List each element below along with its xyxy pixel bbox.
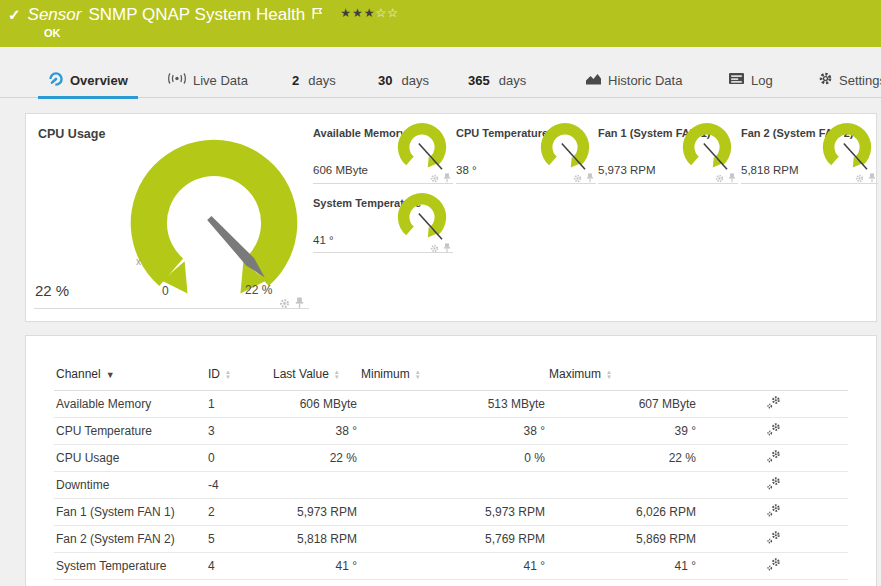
cell-channel: Fan 1 (System FAN 1) [54, 498, 206, 525]
cell-id: 0 [206, 444, 271, 471]
channel-settings-icon[interactable] [766, 449, 781, 467]
tab-label: Settings [839, 73, 881, 88]
mini-gauge-value: 5,973 RPM [598, 164, 656, 176]
cell-id: 5 [206, 525, 271, 552]
column-label: Last Value [273, 367, 329, 381]
table-row[interactable]: System Temperature 4 41 ° 41 ° 41 ° [54, 552, 848, 579]
mini-gauge-value: 5,818 RPM [741, 164, 799, 176]
gauge-scale-min: 0 [162, 284, 169, 298]
channel-settings-icon[interactable] [766, 557, 781, 575]
tab-label: Overview [70, 73, 128, 88]
tile-gear-icon[interactable] [715, 169, 724, 187]
channel-settings-icon[interactable] [766, 395, 781, 413]
gauge-min-marker: x [136, 256, 141, 267]
page-title: SNMP QNAP System Health [88, 4, 305, 26]
mini-gauge-title: CPU Temperature [456, 127, 548, 139]
column-header-minimum[interactable]: Minimum▲▼ [359, 358, 547, 390]
table-row[interactable]: CPU Temperature 3 38 ° 38 ° 39 ° [54, 417, 848, 444]
status-badge: OK [44, 27, 61, 39]
table-row[interactable]: CPU Usage 0 22 % 0 % 22 % [54, 444, 848, 471]
tab-label: days [499, 73, 526, 88]
table-row[interactable]: Available Memory 1 606 MByte 513 MByte 6… [54, 390, 848, 417]
channel-settings-icon[interactable] [766, 530, 781, 548]
column-label: Channel [56, 367, 101, 381]
channel-settings-icon[interactable] [766, 503, 781, 521]
column-header-last-value[interactable]: Last Value▲▼ [271, 358, 359, 390]
table-row[interactable]: Fan 1 (System FAN 1) 2 5,973 RPM 5,973 R… [54, 498, 848, 525]
cell-maximum: 22 % [547, 444, 698, 471]
tab-label: days [401, 73, 428, 88]
cell-maximum: 39 ° [547, 417, 698, 444]
cell-minimum: 0 % [359, 444, 547, 471]
cell-last-value: 38 ° [271, 417, 359, 444]
table-row[interactable]: Fan 2 (System FAN 2) 5 5,818 RPM 5,769 R… [54, 525, 848, 552]
mini-gauge-value: 606 MByte [313, 164, 368, 176]
priority-stars[interactable]: ★★★☆☆ [340, 5, 399, 21]
sort-both-icon: ▲▼ [415, 370, 421, 380]
cell-channel: Fan 2 (System FAN 2) [54, 525, 206, 552]
sensor-kind-label: Sensor [28, 4, 82, 26]
tab-2-days[interactable]: 2 days [292, 62, 336, 98]
tab-historic-data[interactable]: Historic Data [585, 62, 682, 98]
cell-channel: CPU Usage [54, 444, 206, 471]
channel-settings-icon[interactable] [766, 422, 781, 440]
cell-last-value: 606 MByte [271, 390, 359, 417]
cell-channel: System Temperature [54, 552, 206, 579]
tile-pin-icon[interactable] [295, 295, 304, 313]
sort-desc-icon: ▼ [106, 370, 115, 380]
tile-gear-icon[interactable] [279, 295, 290, 313]
gauge-tile-fan-1: Fan 1 (System FAN 1) 5,973 RPM [598, 121, 738, 184]
sort-both-icon: ▲▼ [225, 370, 231, 380]
table-header-row: Channel▼ ID▲▼ Last Value▲▼ Minimum▲▼ Max… [54, 358, 848, 390]
channel-settings-icon[interactable] [766, 476, 781, 494]
tab-30-days[interactable]: 30 days [378, 62, 429, 98]
primary-gauge-value: 22 % [35, 282, 69, 299]
column-label: Maximum [549, 367, 601, 381]
tab-365-days[interactable]: 365 days [468, 62, 526, 98]
tab-label: days [308, 73, 335, 88]
tile-gear-icon[interactable] [573, 169, 582, 187]
gauge-tile-cpu-temperature: CPU Temperature 38 ° [456, 121, 596, 184]
tile-gear-icon[interactable] [855, 169, 864, 187]
column-header-settings [698, 358, 848, 390]
flag-icon[interactable] [312, 6, 323, 24]
tab-label: Historic Data [608, 73, 682, 88]
column-header-id[interactable]: ID▲▼ [206, 358, 271, 390]
table-row[interactable]: Downtime -4 [54, 471, 848, 498]
tile-gear-icon[interactable] [430, 169, 439, 187]
tab-overview[interactable]: Overview [48, 62, 128, 98]
column-header-channel[interactable]: Channel▼ [54, 358, 206, 390]
tile-pin-icon[interactable] [443, 169, 451, 187]
tab-label: Live Data [193, 73, 248, 88]
channels-panel: Channel▼ ID▲▼ Last Value▲▼ Minimum▲▼ Max… [25, 335, 877, 586]
gauges-panel: CPU Usage x 0 22 % 22 % [25, 113, 877, 322]
live-data-icon [167, 72, 187, 88]
tab-log[interactable]: Log [728, 62, 773, 98]
gauge-scale-max: 22 % [245, 283, 272, 297]
cell-channel: Downtime [54, 471, 206, 498]
gauge-tile-available-memory: Available Memory 606 MByte [313, 121, 453, 184]
cell-last-value [271, 471, 359, 498]
cell-maximum: 607 MByte [547, 390, 698, 417]
tile-pin-icon[interactable] [728, 169, 736, 187]
gauge-tile-system-temperature: System Temperature 41 ° [313, 191, 453, 253]
sort-both-icon: ▲▼ [606, 370, 612, 380]
channels-table: Channel▼ ID▲▼ Last Value▲▼ Minimum▲▼ Max… [54, 358, 848, 580]
tab-number: 2 [292, 73, 299, 88]
cell-id: 4 [206, 552, 271, 579]
cell-id: 2 [206, 498, 271, 525]
tab-settings[interactable]: Settings [818, 62, 881, 98]
column-header-maximum[interactable]: Maximum▲▼ [547, 358, 698, 390]
tile-pin-icon[interactable] [443, 239, 451, 257]
cell-channel: CPU Temperature [54, 417, 206, 444]
tab-live-data[interactable]: Live Data [167, 62, 248, 98]
stars-empty: ☆☆ [375, 6, 399, 20]
tile-gear-icon[interactable] [430, 239, 439, 257]
cell-maximum: 5,869 RPM [547, 525, 698, 552]
cell-minimum: 5,973 RPM [359, 498, 547, 525]
stars-filled: ★★★ [340, 6, 375, 20]
cell-id: 1 [206, 390, 271, 417]
tile-pin-icon[interactable] [868, 169, 876, 187]
tab-label: Log [751, 73, 773, 88]
tile-pin-icon[interactable] [586, 169, 594, 187]
